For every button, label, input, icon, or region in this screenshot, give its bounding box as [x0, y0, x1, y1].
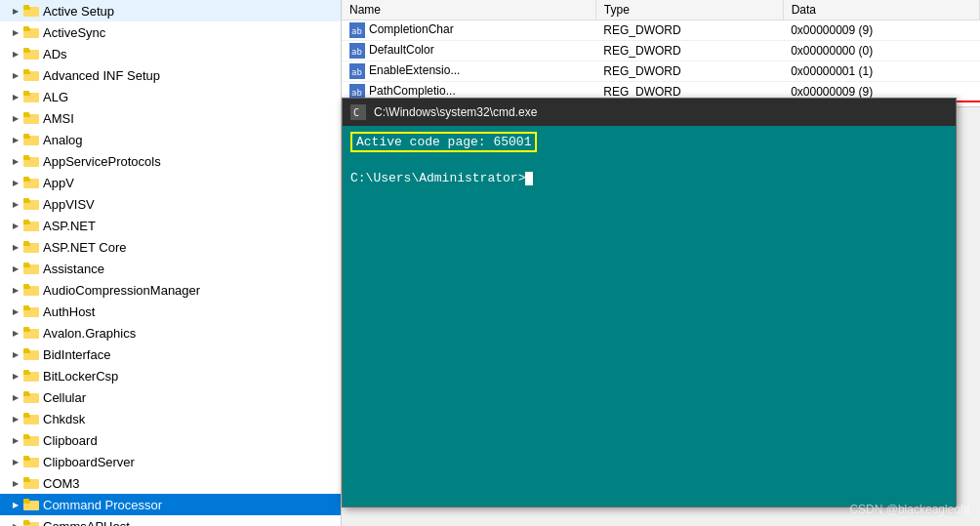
tree-item-cellular[interactable]: ▶ Cellular — [0, 386, 341, 408]
folder-icon-cellular — [23, 390, 39, 404]
expand-arrow-clipboardserver[interactable]: ▶ — [8, 454, 23, 469]
folder-icon-command-processor — [23, 498, 39, 511]
expand-arrow-audiocompressionmanager[interactable]: ▶ — [8, 282, 23, 298]
col-data: Data — [783, 0, 979, 20]
folder-icon-assistance — [23, 262, 39, 275]
tree-label-appserviceprotocols: AppServiceProtocols — [43, 154, 161, 169]
expand-arrow-ads[interactable]: ▶ — [8, 46, 23, 61]
folder-icon-clipboardserver — [23, 455, 39, 468]
tree-label-activesync: ActiveSync — [43, 25, 105, 40]
svg-text:ab: ab — [351, 88, 362, 98]
tree-item-assistance[interactable]: ▶ Assistance — [0, 258, 341, 279]
expand-arrow-aspnet[interactable]: ▶ — [8, 218, 23, 233]
folder-icon-appvisv — [23, 197, 39, 211]
tree-item-bitlockercsp[interactable]: ▶ BitLockerCsp — [0, 365, 341, 386]
tree-item-com3[interactable]: ▶ COM3 — [0, 472, 341, 494]
svg-rect-53 — [23, 370, 29, 374]
expand-arrow-analog[interactable]: ▶ — [8, 132, 23, 147]
tree-item-alg[interactable]: ▶ ALG — [0, 86, 341, 107]
folder-icon-ads — [23, 47, 39, 61]
folder-icon-active-setup — [23, 4, 39, 18]
expand-arrow-commsaphost[interactable]: ▶ — [8, 518, 23, 526]
dword-icon: ab — [349, 84, 369, 98]
svg-rect-41 — [23, 284, 29, 288]
tree-label-alg: ALG — [43, 90, 68, 104]
svg-text:C: C — [353, 107, 359, 118]
tree-item-appvisv[interactable]: ▶ AppVISV — [0, 193, 341, 215]
expand-arrow-advanced-inf-setup[interactable]: ▶ — [8, 67, 23, 83]
reg-cell-type-1: REG_DWORD — [595, 41, 783, 61]
reg-row-2[interactable]: abEnableExtensio...REG_DWORD0x00000001 (… — [342, 61, 980, 82]
expand-arrow-alg[interactable]: ▶ — [8, 89, 23, 104]
tree-item-active-setup[interactable]: ▶ Active Setup — [0, 0, 341, 21]
tree-item-aspnet[interactable]: ▶ ASP.NET — [0, 215, 341, 236]
expand-arrow-assistance[interactable]: ▶ — [8, 261, 23, 276]
expand-arrow-appv[interactable]: ▶ — [8, 175, 23, 190]
reg-cell-type-2: REG_DWORD — [595, 61, 783, 82]
cmd-content: Active code page: 65001 C:\Users\Adminis… — [343, 126, 956, 506]
col-type: Type — [595, 0, 783, 20]
tree-item-appv[interactable]: ▶ AppV — [0, 172, 341, 193]
tree-label-command-processor: Command Processor — [43, 498, 162, 512]
folder-icon-analog — [23, 133, 39, 146]
cmd-window: C C:\Windows\system32\cmd.exe Active cod… — [342, 98, 957, 507]
tree-item-ads[interactable]: ▶ ADs — [0, 43, 341, 64]
tree-label-aspnet: ASP.NET — [43, 219, 96, 233]
svg-rect-74 — [23, 520, 29, 524]
tree-item-amsi[interactable]: ▶ AMSI — [0, 107, 341, 129]
cmd-prompt: C:\Users\Administrator> — [350, 171, 525, 185]
svg-rect-29 — [23, 198, 29, 202]
tree-item-appserviceprotocols[interactable]: ▶ AppServiceProtocols — [0, 150, 341, 172]
expand-arrow-aspnet-core[interactable]: ▶ — [8, 239, 23, 255]
expand-arrow-command-processor[interactable]: ▶ — [8, 497, 23, 512]
folder-icon-authhost — [23, 304, 39, 318]
dword-icon: ab — [349, 63, 369, 77]
expand-arrow-amsi[interactable]: ▶ — [8, 110, 23, 126]
tree-item-commsaphost[interactable]: ▶ CommsAPHost — [0, 515, 341, 526]
expand-arrow-appserviceprotocols[interactable]: ▶ — [8, 153, 23, 169]
tree-item-clipboardserver[interactable]: ▶ ClipboardServer — [0, 451, 341, 472]
reg-row-0[interactable]: abCompletionCharREG_DWORD0x00000009 (9) — [342, 20, 980, 41]
tree-item-bidinterface[interactable]: ▶ BidInterface — [0, 344, 341, 365]
folder-icon-alg — [23, 90, 39, 103]
expand-arrow-active-setup[interactable]: ▶ — [8, 3, 23, 19]
reg-cell-data-1: 0x00000000 (0) — [783, 41, 979, 61]
registry-values-panel: Name Type Data abCompletionCharREG_DWORD… — [342, 0, 980, 107]
registry-tree[interactable]: ▶ Active Setup▶ ActiveSync▶ ADs▶ Advance… — [0, 0, 342, 526]
expand-arrow-com3[interactable]: ▶ — [8, 475, 23, 491]
folder-icon-clipboard — [23, 433, 39, 447]
reg-cell-data-0: 0x00000009 (9) — [783, 20, 979, 41]
cmd-cursor — [525, 172, 533, 185]
expand-arrow-avalon-graphics[interactable]: ▶ — [8, 325, 23, 341]
svg-rect-26 — [23, 177, 29, 181]
svg-rect-68 — [23, 477, 29, 481]
folder-icon-amsi — [23, 111, 39, 125]
expand-arrow-activesync[interactable]: ▶ — [8, 24, 23, 40]
tree-label-cellular: Cellular — [43, 390, 86, 405]
tree-item-avalon-graphics[interactable]: ▶ Avalon.Graphics — [0, 322, 341, 344]
tree-item-activesync[interactable]: ▶ ActiveSync — [0, 21, 341, 43]
tree-item-chkdsk[interactable]: ▶ Chkdsk — [0, 408, 341, 429]
tree-item-authhost[interactable]: ▶ AuthHost — [0, 301, 341, 322]
svg-rect-35 — [23, 241, 29, 245]
folder-icon-bitlockercsp — [23, 369, 39, 383]
tree-item-analog[interactable]: ▶ Analog — [0, 129, 341, 150]
tree-label-bidinterface: BidInterface — [43, 347, 110, 362]
tree-item-aspnet-core[interactable]: ▶ ASP.NET Core — [0, 236, 341, 258]
expand-arrow-chkdsk[interactable]: ▶ — [8, 411, 23, 426]
expand-arrow-clipboard[interactable]: ▶ — [8, 432, 23, 448]
reg-row-1[interactable]: abDefaultColorREG_DWORD0x00000000 (0) — [342, 41, 980, 61]
expand-arrow-cellular[interactable]: ▶ — [8, 389, 23, 405]
tree-item-advanced-inf-setup[interactable]: ▶ Advanced INF Setup — [0, 64, 341, 86]
svg-rect-5 — [23, 26, 29, 30]
tree-item-command-processor[interactable]: ▶ Command Processor — [0, 494, 341, 515]
tree-label-appv: AppV — [43, 176, 74, 190]
tree-item-clipboard[interactable]: ▶ Clipboard — [0, 429, 341, 451]
tree-item-audiocompressionmanager[interactable]: ▶ AudioCompressionManager — [0, 279, 341, 301]
svg-text:ab: ab — [351, 26, 362, 36]
expand-arrow-bidinterface[interactable]: ▶ — [8, 346, 23, 362]
watermark: CSDN @blackeagleoht — [849, 503, 970, 516]
expand-arrow-authhost[interactable]: ▶ — [8, 303, 23, 319]
expand-arrow-bitlockercsp[interactable]: ▶ — [8, 368, 23, 384]
expand-arrow-appvisv[interactable]: ▶ — [8, 196, 23, 212]
